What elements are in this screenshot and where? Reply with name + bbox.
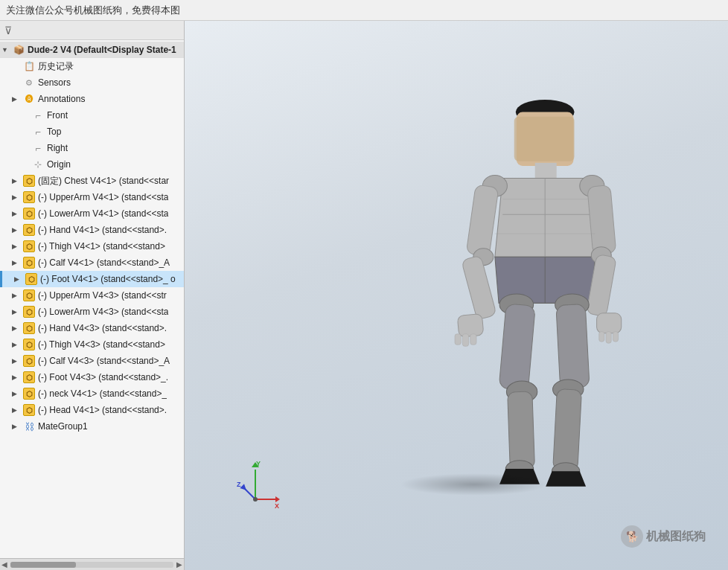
expand-arrow-foot3: ▶ <box>12 374 22 381</box>
svg-rect-10 <box>462 255 496 320</box>
bottom-scrollbar[interactable]: ◀ ▶ <box>0 558 184 570</box>
svg-rect-2 <box>514 117 575 161</box>
tree-item-lowerarm3[interactable]: ▶⬡(-) LowerArm V4<3> (stand<<sta <box>0 304 184 320</box>
icon-mategroup1: ⛓ <box>22 420 36 433</box>
figure-container <box>400 80 683 511</box>
icon-calf3: ⬡ <box>22 354 36 368</box>
tree-item-annotations[interactable]: ▶🅐Annotations <box>0 91 184 107</box>
scroll-right-arrow[interactable]: ▶ <box>176 560 182 569</box>
svg-text:Y: Y <box>256 460 261 467</box>
label-calf1: (-) Calf V4<1> (stand<<stand>_A <box>38 257 170 268</box>
label-thigh3: (-) Thigh V4<3> (stand<<stand> <box>38 339 165 350</box>
expand-arrow-mategroup1: ▶ <box>12 423 22 430</box>
expand-arrow-calf1: ▶ <box>12 259 22 266</box>
svg-rect-24 <box>499 304 535 391</box>
expand-arrow-lowerarm3: ▶ <box>12 308 22 316</box>
label-neck1: (-) neck V4<1> (stand<<stand>_ <box>38 388 167 399</box>
label-thigh1: (-) Thigh V4<1> (stand<<stand> <box>38 241 165 252</box>
tree-item-calf3[interactable]: ▶⬡(-) Calf V4<3> (stand<<stand>_A <box>0 353 184 369</box>
svg-rect-31 <box>553 389 582 471</box>
expand-arrow-chest: ▶ <box>12 177 22 185</box>
tree-item-lowerarm1[interactable]: ▶⬡(-) LowerArm V4<1> (stand<<sta <box>0 205 184 222</box>
tree-item-top[interactable]: ⌐Top <box>0 124 184 140</box>
label-head1: (-) Head V4<1> (stand<<stand>. <box>38 405 167 415</box>
label-upperarm1: (-) UpperArm V4<1> (stand<<sta <box>38 192 168 202</box>
banner-text: 关注微信公众号机械图纸狗，免费得本图 <box>6 4 180 17</box>
root-icon: 📦 <box>12 43 25 57</box>
tree-item-hand3[interactable]: ▶⬡(-) Hand V4<3> (stand<<stand>. <box>0 320 184 336</box>
feature-tree[interactable]: ▼ 📦 Dude-2 V4 (Default<Display State-1 📋… <box>0 40 184 558</box>
viewport-panel: Y X Z 🐕 机械图纸狗 <box>185 21 728 570</box>
label-chest: (固定) Chest V4<1> (stand<<star <box>38 175 169 188</box>
tree-item-mategroup1[interactable]: ▶⛓MateGroup1 <box>0 418 184 435</box>
icon-thigh1: ⬡ <box>22 240 36 253</box>
icon-front: ⌐ <box>31 109 45 122</box>
left-panel: ⊽ ▼ 📦 Dude-2 V4 (Default<Display State-1… <box>0 21 185 570</box>
right-leg-group <box>546 294 590 487</box>
expand-arrow-calf3: ▶ <box>12 357 22 365</box>
tree-item-history[interactable]: 📋历史记录 <box>0 58 184 74</box>
svg-rect-3 <box>535 163 557 179</box>
tree-item-upperarm3[interactable]: ▶⬡(-) UpperArm V4<3> (stand<<str <box>0 287 184 304</box>
tree-item-right[interactable]: ⌐Right <box>0 140 184 156</box>
watermark-text: 机械图纸狗 <box>646 529 706 545</box>
expand-arrow-root: ▼ <box>1 46 12 54</box>
tree-item-hand1[interactable]: ▶⬡(-) Hand V4<1> (stand<<stand>. <box>0 222 184 238</box>
label-mategroup1: MateGroup1 <box>38 421 88 432</box>
label-right: Right <box>47 143 68 153</box>
svg-rect-19 <box>597 313 622 333</box>
tree-item-sensors[interactable]: ⚙Sensors <box>0 74 184 91</box>
top-banner: 关注微信公众号机械图纸狗，免费得本图 <box>0 0 728 21</box>
svg-rect-21 <box>606 332 611 344</box>
expand-arrow-hand1: ▶ <box>12 226 22 234</box>
label-sensors: Sensors <box>38 77 71 88</box>
svg-rect-14 <box>470 334 476 345</box>
svg-rect-22 <box>613 332 618 342</box>
icon-upperarm3: ⬡ <box>22 289 36 302</box>
svg-text:X: X <box>275 502 279 510</box>
svg-point-43 <box>253 497 258 502</box>
main-layout: ⊽ ▼ 📦 Dude-2 V4 (Default<Display State-1… <box>0 21 728 570</box>
expand-arrow-neck1: ▶ <box>12 390 22 397</box>
tree-item-upperarm1[interactable]: ▶⬡(-) UpperArm V4<1> (stand<<sta <box>0 189 184 205</box>
label-lowerarm1: (-) LowerArm V4<1> (stand<<sta <box>38 208 168 219</box>
tree-item-origin[interactable]: ⊹Origin <box>0 156 184 173</box>
label-origin: Origin <box>47 159 71 170</box>
icon-lowerarm1: ⬡ <box>22 207 36 220</box>
tree-item-thigh1[interactable]: ▶⬡(-) Thigh V4<1> (stand<<stand> <box>0 238 184 254</box>
icon-origin: ⊹ <box>31 158 45 171</box>
svg-rect-12 <box>455 334 461 345</box>
tree-item-front[interactable]: ⌐Front <box>0 107 184 124</box>
expand-arrow-hand3: ▶ <box>12 324 22 332</box>
icon-history: 📋 <box>22 60 36 73</box>
label-history: 历史记录 <box>38 60 74 73</box>
tree-item-neck1[interactable]: ▶⬡(-) neck V4<1> (stand<<stand>_ <box>0 385 184 402</box>
svg-rect-20 <box>599 332 604 342</box>
label-foot1: (-) Foot V4<1> (stand<<stand>_ o <box>40 274 176 284</box>
icon-lowerarm3: ⬡ <box>22 305 36 318</box>
tree-item-head1[interactable]: ▶⬡(-) Head V4<1> (stand<<stand>. <box>0 402 184 418</box>
icon-right: ⌐ <box>31 141 45 155</box>
tree-item-thigh3[interactable]: ▶⬡(-) Thigh V4<3> (stand<<stand> <box>0 336 184 353</box>
icon-hand1: ⬡ <box>22 223 36 237</box>
watermark-icon: 🐕 <box>621 525 643 548</box>
tree-root-item[interactable]: ▼ 📦 Dude-2 V4 (Default<Display State-1 <box>0 42 184 58</box>
tree-item-foot1[interactable]: ▶⬡(-) Foot V4<1> (stand<<stand>_ o <box>0 271 184 287</box>
tree-item-foot3[interactable]: ▶⬡(-) Foot V4<3> (stand<<stand>_. <box>0 369 184 385</box>
icon-upperarm1: ⬡ <box>22 190 36 204</box>
label-top: Top <box>47 127 61 137</box>
tree-item-calf1[interactable]: ▶⬡(-) Calf V4<1> (stand<<stand>_A <box>0 254 184 271</box>
filter-icon[interactable]: ⊽ <box>4 25 12 36</box>
label-upperarm3: (-) UpperArm V4<3> (stand<<str <box>38 290 167 301</box>
svg-rect-29 <box>556 304 590 388</box>
tree-item-chest[interactable]: ▶⬡(固定) Chest V4<1> (stand<<star <box>0 173 184 189</box>
torso-group <box>495 179 596 304</box>
figure-svg <box>400 80 683 511</box>
left-leg-group <box>499 294 540 484</box>
icon-calf1: ⬡ <box>22 256 36 269</box>
icon-hand3: ⬡ <box>22 321 36 335</box>
watermark: 🐕 机械图纸狗 <box>621 525 706 548</box>
scroll-left-arrow[interactable]: ◀ <box>1 560 7 569</box>
svg-rect-8 <box>466 185 499 257</box>
head-group <box>514 100 575 179</box>
